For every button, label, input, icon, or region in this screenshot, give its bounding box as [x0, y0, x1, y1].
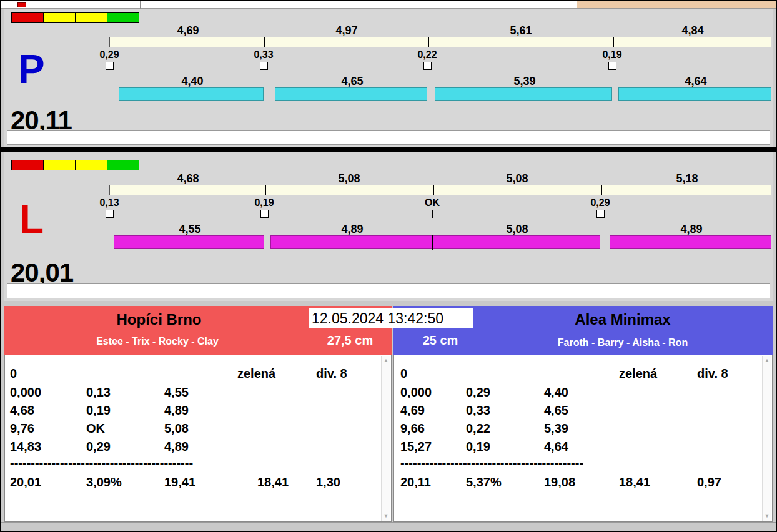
- lane-total-time: 20,01: [11, 262, 73, 283]
- light-yellow-icon: [75, 12, 107, 23]
- change-marker: [106, 62, 114, 70]
- lane-left-panel: 4,68 5,08 5,08 5,18 0,13 0,19 OK 0,29 4,…: [4, 152, 773, 301]
- change-time: 0,19: [593, 49, 631, 61]
- segment-divider: [428, 37, 429, 47]
- lane-label: L: [19, 204, 44, 235]
- ok-change-tick: [432, 210, 433, 218]
- leg-cumulative: 15,27: [400, 440, 432, 454]
- ok-crossing-tick: [432, 235, 433, 250]
- run-bar: [114, 235, 264, 249]
- split-time: 4,84: [666, 24, 719, 37]
- separator-line: ----------------------------------------…: [10, 456, 193, 470]
- split-time: 4,97: [320, 24, 373, 37]
- division: div. 8: [697, 367, 728, 381]
- leg-cumulative: 0,000: [10, 385, 41, 400]
- total-time: 20,11: [400, 475, 431, 490]
- change-time: OK: [413, 197, 451, 209]
- change-marker: [106, 210, 114, 218]
- change-time: 0,22: [408, 49, 446, 61]
- top-chrome-strip: [1, 1, 776, 9]
- run-bar: [119, 87, 264, 101]
- chrome-tick: [140, 1, 141, 9]
- leg-run: 5,08: [164, 421, 189, 436]
- jump-height: 27,5 cm: [309, 333, 392, 348]
- message-strip: [7, 283, 770, 298]
- change-time: 0,19: [245, 197, 283, 209]
- leg-change: 0,22: [466, 421, 490, 436]
- team-members: Estee - Trix - Rocky - Clay: [4, 336, 310, 347]
- team-members: Faroth - Barry - Aisha - Ron: [473, 337, 772, 348]
- timing-app-window: 4,69 4,97 5,61 4,84 0,29 0,33 0,22 0,19 …: [0, 0, 777, 532]
- split-time: 5,61: [495, 24, 547, 37]
- scroll-down-icon[interactable]: ▼: [384, 513, 389, 519]
- faults: 0: [400, 367, 407, 381]
- bottom-strip: [1, 522, 776, 531]
- change-marker: [608, 62, 616, 70]
- change-time: 0,13: [91, 197, 128, 209]
- change-time: 0,29: [582, 197, 619, 209]
- jump-height: 25 cm: [400, 333, 481, 348]
- chrome-tan-area: [577, 1, 776, 8]
- leg-change: 0,19: [466, 440, 490, 454]
- light-green-icon: [107, 160, 139, 170]
- teams-section: Hopíci Brno Estee - Trix - Rocky - Clay …: [4, 306, 773, 522]
- split-time: 4,68: [162, 172, 214, 185]
- leg-cumulative: 9,76: [10, 421, 34, 436]
- light-status: zelená: [619, 367, 657, 381]
- light-green-icon: [107, 12, 139, 23]
- total-diff: 0,97: [697, 475, 721, 490]
- light-status: zelená: [237, 367, 275, 381]
- run-time: 4,55: [164, 223, 216, 236]
- team-left-results: 0 zelená div. 8 0,000 0,13 4,55 4,68 0,1…: [4, 355, 392, 522]
- segment-divider: [264, 37, 265, 47]
- total-ref: 18,41: [257, 475, 289, 490]
- leg-run: 4,64: [544, 440, 568, 454]
- lane-total-time: 20,11: [11, 110, 72, 131]
- scroll-down-icon[interactable]: ▼: [765, 513, 770, 519]
- split-timeline-bar: [109, 185, 771, 195]
- run-time: 4,40: [166, 75, 219, 88]
- light-yellow-icon: [43, 12, 76, 23]
- table-scrollbar[interactable]: ▲ ▼: [762, 356, 771, 521]
- table-scrollbar[interactable]: ▲ ▼: [381, 356, 390, 521]
- split-time: 4,69: [162, 24, 214, 37]
- scroll-up-icon[interactable]: ▲: [384, 358, 389, 363]
- leg-change: 0,29: [466, 385, 490, 400]
- leg-run: 4,89: [164, 440, 189, 454]
- light-red-icon: [11, 12, 44, 23]
- segment-divider: [601, 185, 602, 195]
- run-bar: [275, 87, 427, 101]
- run-bar: [618, 87, 771, 101]
- split-time: 5,18: [661, 172, 713, 185]
- timestamp: 12.05.2024 13:42:50: [309, 308, 473, 328]
- split-time: 5,08: [491, 172, 543, 185]
- results-tables: 0 zelená div. 8 0,000 0,13 4,55 4,68 0,1…: [4, 355, 773, 522]
- change-marker: [423, 62, 432, 70]
- chrome-tick: [337, 1, 337, 9]
- run-time: 5,39: [498, 75, 551, 88]
- total-percent: 3,09%: [86, 475, 122, 490]
- section-gap: [1, 301, 776, 306]
- total-diff: 1,30: [316, 475, 340, 490]
- leg-cumulative: 4,68: [10, 403, 34, 418]
- leg-cumulative: 4,69: [400, 403, 425, 418]
- run-bar: [270, 235, 432, 249]
- change-time: 0,29: [91, 49, 128, 61]
- change-marker: [260, 210, 269, 218]
- leg-run: 4,40: [544, 385, 568, 400]
- leg-run: 4,89: [164, 403, 189, 418]
- scroll-up-icon[interactable]: ▲: [765, 358, 770, 363]
- light-red-icon: [11, 160, 44, 170]
- team-name: Hopíci Brno: [4, 311, 314, 328]
- run-bar: [610, 235, 771, 249]
- lane-divider: [1, 147, 776, 152]
- traffic-light-indicator: [12, 12, 139, 23]
- faults: 0: [10, 367, 17, 381]
- record-indicator: [17, 2, 26, 7]
- leg-run: 5,39: [544, 421, 568, 436]
- change-marker: [596, 210, 605, 218]
- lane-right-panel: 4,69 4,97 5,61 4,84 0,29 0,33 0,22 0,19 …: [4, 9, 773, 147]
- split-time: 5,08: [323, 172, 375, 185]
- change-marker: [260, 62, 268, 70]
- leg-run: 4,65: [544, 403, 568, 418]
